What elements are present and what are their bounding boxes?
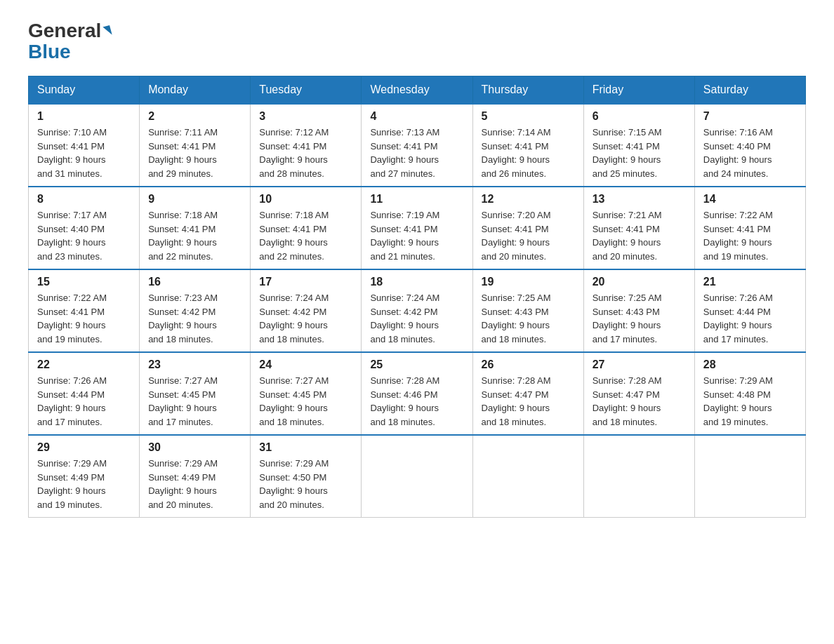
day-number: 31 bbox=[259, 441, 352, 454]
calendar-cell: 16Sunrise: 7:23 AMSunset: 4:42 PMDayligh… bbox=[140, 269, 251, 352]
calendar-week-row: 22Sunrise: 7:26 AMSunset: 4:44 PMDayligh… bbox=[29, 352, 806, 435]
day-info: Sunrise: 7:22 AMSunset: 4:41 PMDaylight:… bbox=[703, 208, 797, 263]
day-number: 19 bbox=[482, 276, 575, 288]
calendar-cell: 27Sunrise: 7:28 AMSunset: 4:47 PMDayligh… bbox=[583, 352, 694, 435]
day-number: 13 bbox=[593, 193, 686, 206]
calendar-week-row: 1Sunrise: 7:10 AMSunset: 4:41 PMDaylight… bbox=[29, 104, 806, 187]
calendar-table: SundayMondayTuesdayWednesdayThursdayFrid… bbox=[28, 76, 806, 518]
calendar-week-row: 8Sunrise: 7:17 AMSunset: 4:40 PMDaylight… bbox=[29, 187, 806, 269]
calendar-week-row: 29Sunrise: 7:29 AMSunset: 4:49 PMDayligh… bbox=[29, 435, 806, 518]
day-info: Sunrise: 7:11 AMSunset: 4:41 PMDaylight:… bbox=[148, 126, 241, 180]
day-number: 15 bbox=[37, 276, 131, 288]
calendar-header-sunday: Sunday bbox=[29, 76, 140, 105]
day-number: 7 bbox=[703, 110, 797, 123]
day-info: Sunrise: 7:10 AMSunset: 4:41 PMDaylight:… bbox=[37, 126, 131, 180]
calendar-cell: 10Sunrise: 7:18 AMSunset: 4:41 PMDayligh… bbox=[251, 187, 362, 269]
day-number: 14 bbox=[703, 193, 797, 206]
day-number: 5 bbox=[482, 110, 575, 123]
calendar-header-monday: Monday bbox=[140, 76, 251, 105]
calendar-week-row: 15Sunrise: 7:22 AMSunset: 4:41 PMDayligh… bbox=[29, 269, 806, 352]
day-info: Sunrise: 7:18 AMSunset: 4:41 PMDaylight:… bbox=[148, 208, 241, 263]
calendar-cell: 22Sunrise: 7:26 AMSunset: 4:44 PMDayligh… bbox=[29, 352, 140, 435]
calendar-cell: 14Sunrise: 7:22 AMSunset: 4:41 PMDayligh… bbox=[694, 187, 805, 269]
calendar-cell: 18Sunrise: 7:24 AMSunset: 4:42 PMDayligh… bbox=[362, 269, 472, 352]
calendar-header-thursday: Thursday bbox=[472, 76, 583, 105]
day-info: Sunrise: 7:20 AMSunset: 4:41 PMDaylight:… bbox=[482, 208, 575, 263]
calendar-cell bbox=[472, 435, 583, 518]
calendar-cell: 26Sunrise: 7:28 AMSunset: 4:47 PMDayligh… bbox=[472, 352, 583, 435]
day-info: Sunrise: 7:22 AMSunset: 4:41 PMDaylight:… bbox=[37, 291, 131, 346]
day-info: Sunrise: 7:26 AMSunset: 4:44 PMDaylight:… bbox=[37, 374, 131, 429]
day-number: 24 bbox=[259, 358, 352, 371]
day-number: 4 bbox=[370, 110, 463, 123]
day-number: 21 bbox=[703, 276, 797, 288]
calendar-header-row: SundayMondayTuesdayWednesdayThursdayFrid… bbox=[29, 76, 806, 105]
day-info: Sunrise: 7:27 AMSunset: 4:45 PMDaylight:… bbox=[148, 374, 241, 429]
logo: General Blue bbox=[28, 21, 111, 62]
day-number: 29 bbox=[37, 441, 131, 454]
day-number: 8 bbox=[37, 193, 131, 206]
calendar-cell: 29Sunrise: 7:29 AMSunset: 4:49 PMDayligh… bbox=[29, 435, 140, 518]
day-info: Sunrise: 7:29 AMSunset: 4:50 PMDaylight:… bbox=[259, 457, 352, 511]
logo-general-text: General bbox=[28, 21, 101, 41]
calendar-header-wednesday: Wednesday bbox=[362, 76, 472, 105]
calendar-cell bbox=[694, 435, 805, 518]
day-number: 20 bbox=[593, 276, 686, 288]
day-info: Sunrise: 7:16 AMSunset: 4:40 PMDaylight:… bbox=[703, 126, 797, 180]
day-info: Sunrise: 7:14 AMSunset: 4:41 PMDaylight:… bbox=[482, 126, 575, 180]
day-info: Sunrise: 7:13 AMSunset: 4:41 PMDaylight:… bbox=[370, 126, 463, 180]
calendar-cell: 2Sunrise: 7:11 AMSunset: 4:41 PMDaylight… bbox=[140, 104, 251, 187]
day-number: 10 bbox=[259, 193, 352, 206]
calendar-header-friday: Friday bbox=[583, 76, 694, 105]
day-info: Sunrise: 7:15 AMSunset: 4:41 PMDaylight:… bbox=[593, 126, 686, 180]
day-number: 28 bbox=[703, 358, 797, 371]
day-info: Sunrise: 7:28 AMSunset: 4:46 PMDaylight:… bbox=[370, 374, 463, 429]
calendar-cell: 31Sunrise: 7:29 AMSunset: 4:50 PMDayligh… bbox=[251, 435, 362, 518]
page-header: General Blue bbox=[28, 21, 806, 62]
calendar-cell: 17Sunrise: 7:24 AMSunset: 4:42 PMDayligh… bbox=[251, 269, 362, 352]
calendar-cell bbox=[583, 435, 694, 518]
day-info: Sunrise: 7:27 AMSunset: 4:45 PMDaylight:… bbox=[259, 374, 352, 429]
day-number: 30 bbox=[148, 441, 241, 454]
day-number: 11 bbox=[370, 193, 463, 206]
day-number: 6 bbox=[593, 110, 686, 123]
day-info: Sunrise: 7:12 AMSunset: 4:41 PMDaylight:… bbox=[259, 126, 352, 180]
calendar-cell: 7Sunrise: 7:16 AMSunset: 4:40 PMDaylight… bbox=[694, 104, 805, 187]
calendar-cell: 20Sunrise: 7:25 AMSunset: 4:43 PMDayligh… bbox=[583, 269, 694, 352]
day-info: Sunrise: 7:25 AMSunset: 4:43 PMDaylight:… bbox=[593, 291, 686, 346]
day-info: Sunrise: 7:29 AMSunset: 4:49 PMDaylight:… bbox=[148, 457, 241, 511]
calendar-cell: 25Sunrise: 7:28 AMSunset: 4:46 PMDayligh… bbox=[362, 352, 472, 435]
day-info: Sunrise: 7:21 AMSunset: 4:41 PMDaylight:… bbox=[593, 208, 686, 263]
day-number: 22 bbox=[37, 358, 131, 371]
calendar-cell: 4Sunrise: 7:13 AMSunset: 4:41 PMDaylight… bbox=[362, 104, 472, 187]
day-info: Sunrise: 7:29 AMSunset: 4:48 PMDaylight:… bbox=[703, 374, 797, 429]
calendar-cell: 1Sunrise: 7:10 AMSunset: 4:41 PMDaylight… bbox=[29, 104, 140, 187]
calendar-cell: 11Sunrise: 7:19 AMSunset: 4:41 PMDayligh… bbox=[362, 187, 472, 269]
day-info: Sunrise: 7:29 AMSunset: 4:49 PMDaylight:… bbox=[37, 457, 131, 511]
calendar-header-tuesday: Tuesday bbox=[251, 76, 362, 105]
day-info: Sunrise: 7:25 AMSunset: 4:43 PMDaylight:… bbox=[482, 291, 575, 346]
calendar-cell: 6Sunrise: 7:15 AMSunset: 4:41 PMDaylight… bbox=[583, 104, 694, 187]
logo-triangle-icon bbox=[103, 25, 112, 36]
day-info: Sunrise: 7:28 AMSunset: 4:47 PMDaylight:… bbox=[482, 374, 575, 429]
calendar-cell: 28Sunrise: 7:29 AMSunset: 4:48 PMDayligh… bbox=[694, 352, 805, 435]
day-info: Sunrise: 7:23 AMSunset: 4:42 PMDaylight:… bbox=[148, 291, 241, 346]
day-number: 3 bbox=[259, 110, 352, 123]
day-info: Sunrise: 7:24 AMSunset: 4:42 PMDaylight:… bbox=[259, 291, 352, 346]
day-info: Sunrise: 7:26 AMSunset: 4:44 PMDaylight:… bbox=[703, 291, 797, 346]
day-number: 16 bbox=[148, 276, 241, 288]
calendar-cell: 23Sunrise: 7:27 AMSunset: 4:45 PMDayligh… bbox=[140, 352, 251, 435]
day-number: 26 bbox=[482, 358, 575, 371]
day-info: Sunrise: 7:18 AMSunset: 4:41 PMDaylight:… bbox=[259, 208, 352, 263]
day-number: 25 bbox=[370, 358, 463, 371]
calendar-header-saturday: Saturday bbox=[694, 76, 805, 105]
day-number: 17 bbox=[259, 276, 352, 288]
calendar-cell: 5Sunrise: 7:14 AMSunset: 4:41 PMDaylight… bbox=[472, 104, 583, 187]
logo-blue-text: Blue bbox=[28, 42, 71, 62]
calendar-cell: 9Sunrise: 7:18 AMSunset: 4:41 PMDaylight… bbox=[140, 187, 251, 269]
calendar-cell: 3Sunrise: 7:12 AMSunset: 4:41 PMDaylight… bbox=[251, 104, 362, 187]
calendar-cell: 15Sunrise: 7:22 AMSunset: 4:41 PMDayligh… bbox=[29, 269, 140, 352]
calendar-cell: 21Sunrise: 7:26 AMSunset: 4:44 PMDayligh… bbox=[694, 269, 805, 352]
day-number: 9 bbox=[148, 193, 241, 206]
calendar-cell: 13Sunrise: 7:21 AMSunset: 4:41 PMDayligh… bbox=[583, 187, 694, 269]
